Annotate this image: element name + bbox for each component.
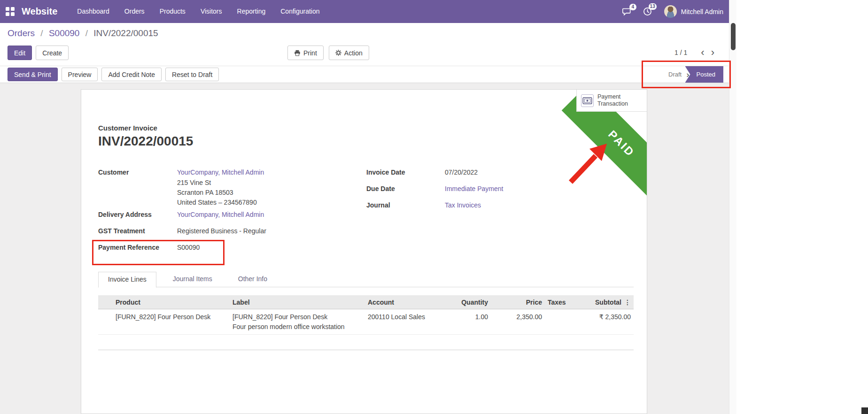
invoice-sheet: Payment Transaction PAID Customer Invoic… xyxy=(81,89,647,414)
row-handle-cell xyxy=(98,309,112,334)
nav-item-dashboard[interactable]: Dashboard xyxy=(70,0,117,23)
customer-address-line3: United States – 234567890 xyxy=(177,199,257,206)
app-name[interactable]: Website xyxy=(22,6,57,17)
control-panel-left: Edit Create xyxy=(8,46,69,60)
status-chevron-icon: › xyxy=(686,66,689,83)
print-label: Print xyxy=(303,49,317,57)
pager: 1 / 1 ‹ › xyxy=(674,46,718,59)
column-header-product[interactable]: Product xyxy=(112,295,232,309)
browser-page: Website Dashboard Orders Products Visito… xyxy=(0,0,736,414)
user-name[interactable]: Mitchell Admin xyxy=(681,8,723,15)
form-view-background: Payment Transaction PAID Customer Invoic… xyxy=(0,83,729,414)
column-header-quantity[interactable]: Quantity xyxy=(438,295,492,309)
nav-item-orders[interactable]: Orders xyxy=(117,0,152,23)
printer-icon xyxy=(294,50,301,56)
user-avatar[interactable] xyxy=(664,5,677,18)
systray: 4 13 Mitchell Admin xyxy=(611,5,723,18)
delivery-address-link[interactable]: YourCompany, Mitchell Admin xyxy=(177,211,264,218)
top-navbar: Website Dashboard Orders Products Visito… xyxy=(0,0,729,23)
customer-address-line1: 215 Vine St xyxy=(177,179,211,186)
create-button[interactable]: Create xyxy=(36,46,69,60)
totals-separator xyxy=(98,350,634,350)
cell-quantity[interactable]: 1.00 xyxy=(438,309,492,334)
tab-other-info[interactable]: Other Info xyxy=(229,272,277,287)
send-print-button[interactable]: Send & Print xyxy=(8,68,58,81)
messages-icon[interactable]: 4 xyxy=(622,8,632,16)
control-panel-center: Print Action xyxy=(287,46,369,60)
add-credit-note-button[interactable]: Add Credit Note xyxy=(101,68,162,81)
invoice-lines-table: Product Label Account Quantity Price Tax… xyxy=(98,295,634,335)
pager-previous-icon[interactable]: ‹ xyxy=(698,46,707,59)
messages-badge: 4 xyxy=(629,4,636,10)
gst-treatment-label: GST Treatment xyxy=(98,227,145,235)
cell-taxes[interactable] xyxy=(544,309,570,334)
nav-item-configuration[interactable]: Configuration xyxy=(273,0,327,23)
journal-label: Journal xyxy=(366,201,390,209)
payment-transaction-button[interactable]: Payment Transaction xyxy=(576,90,647,112)
payment-reference-label: Payment Reference xyxy=(98,244,159,251)
payment-transaction-label: Payment Transaction xyxy=(597,93,628,107)
customer-label: Customer xyxy=(98,169,129,176)
breadcrumb-current: INV/2022/00015 xyxy=(93,28,158,38)
invoice-number-title: INV/2022/00015 xyxy=(98,134,193,149)
customer-link[interactable]: YourCompany, Mitchell Admin xyxy=(177,169,264,176)
reset-to-draft-button[interactable]: Reset to Draft xyxy=(165,68,219,81)
tab-journal-items[interactable]: Journal Items xyxy=(163,272,222,287)
scrollbar-thumb[interactable] xyxy=(731,23,736,50)
cell-account[interactable]: 200110 Local Sales xyxy=(368,309,438,334)
paid-ribbon-label: PAID xyxy=(605,128,637,160)
preview-button[interactable]: Preview xyxy=(62,68,98,81)
nav-item-reporting[interactable]: Reporting xyxy=(230,0,273,23)
payment-reference-value: S00090 xyxy=(177,244,200,251)
column-header-price[interactable]: Price xyxy=(492,295,544,309)
status-widget: Draft › Posted xyxy=(668,66,723,83)
column-header-taxes[interactable]: Taxes xyxy=(544,295,570,309)
column-header-account[interactable]: Account xyxy=(368,295,438,309)
due-date-value[interactable]: Immediate Payment xyxy=(445,185,504,192)
activities-badge: 13 xyxy=(649,3,657,10)
print-button[interactable]: Print xyxy=(287,46,324,60)
notebook-tabs: Invoice Lines Journal Items Other Info xyxy=(98,272,634,287)
nav-item-products[interactable]: Products xyxy=(152,0,193,23)
activities-icon[interactable]: 13 xyxy=(643,7,652,16)
cell-label[interactable]: [FURN_8220] Four Person Desk Four person… xyxy=(232,309,368,334)
edit-button[interactable]: Edit xyxy=(8,46,32,60)
optional-columns-icon[interactable]: ⋮ xyxy=(622,295,633,309)
breadcrumb: Orders / S00090 / INV/2022/00015 xyxy=(8,28,158,38)
status-posted[interactable]: Posted xyxy=(685,66,723,83)
table-row[interactable]: [FURN_8220] Four Person Desk [FURN_8220]… xyxy=(98,309,634,335)
control-panel: Edit Create Print xyxy=(0,42,729,66)
cell-product[interactable]: [FURN_8220] Four Person Desk xyxy=(112,309,232,334)
breadcrumb-sale-order[interactable]: S00090 xyxy=(49,28,80,38)
cell-price[interactable]: 2,350.00 xyxy=(492,309,544,334)
gear-icon xyxy=(335,50,341,56)
breadcrumb-separator: / xyxy=(40,28,43,38)
pager-value: 1 / 1 xyxy=(674,49,687,56)
document-type-label: Customer Invoice xyxy=(98,124,157,132)
banknote-icon xyxy=(581,94,594,107)
invoice-date-value: 07/20/2022 xyxy=(445,169,478,176)
customer-address-line2: Scranton PA 18503 xyxy=(177,189,233,196)
column-header-label[interactable]: Label xyxy=(232,295,368,309)
gst-treatment-value: Registered Business - Regular xyxy=(177,227,266,235)
screen-corner-artifact xyxy=(861,407,868,414)
breadcrumb-separator: / xyxy=(85,28,88,38)
delivery-address-label: Delivery Address xyxy=(98,211,152,218)
vertical-scrollbar[interactable] xyxy=(729,0,736,414)
journal-value[interactable]: Tax Invoices xyxy=(445,201,481,209)
action-button[interactable]: Action xyxy=(329,46,369,60)
nav-item-visitors[interactable]: Visitors xyxy=(193,0,230,23)
due-date-label: Due Date xyxy=(366,185,395,192)
apps-menu-icon[interactable] xyxy=(6,7,15,16)
statusbar-buttons: Send & Print Preview Add Credit Note Res… xyxy=(8,68,219,81)
status-draft[interactable]: Draft xyxy=(668,71,682,78)
navbar-menu: Dashboard Orders Products Visitors Repor… xyxy=(70,0,327,23)
action-label: Action xyxy=(344,49,363,57)
pager-next-icon[interactable]: › xyxy=(708,46,718,59)
cell-subtotal[interactable]: ₹ 2,350.00 xyxy=(570,309,634,334)
table-header-row: Product Label Account Quantity Price Tax… xyxy=(98,295,634,309)
tab-invoice-lines[interactable]: Invoice Lines xyxy=(98,272,156,288)
row-handle-column-header xyxy=(98,295,112,309)
breadcrumb-orders[interactable]: Orders xyxy=(8,28,35,38)
invoice-date-label: Invoice Date xyxy=(366,169,405,176)
